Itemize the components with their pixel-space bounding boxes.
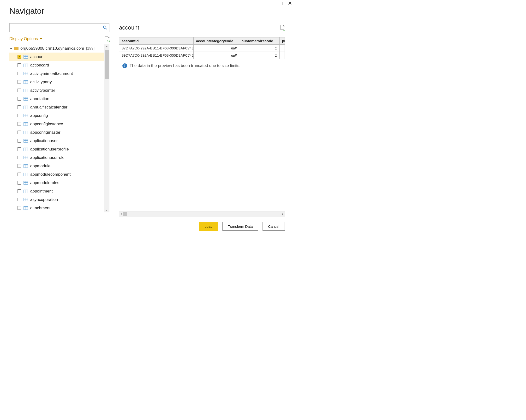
checkbox[interactable] [18, 131, 21, 134]
maximize-button[interactable] [279, 2, 283, 5]
checkbox[interactable] [18, 156, 21, 159]
checkbox[interactable] [18, 122, 21, 126]
new-source-icon[interactable] [105, 36, 110, 41]
table-icon [23, 131, 28, 134]
checkbox[interactable] [18, 89, 21, 92]
hscroll-thumb[interactable] [123, 212, 127, 216]
chevron-down-icon [40, 38, 42, 40]
table-icon [23, 123, 28, 126]
tree-table-item[interactable]: applicationuserrole [9, 153, 104, 162]
column-header[interactable]: customersizecode [239, 37, 280, 45]
checkbox[interactable] [18, 139, 21, 143]
table-icon [23, 97, 28, 101]
table-label: applicationuserrole [30, 155, 65, 160]
preview-pane: account accountid accountcategorycode cu… [110, 23, 285, 217]
checkbox[interactable] [18, 72, 21, 75]
table-label: appmoduleroles [30, 181, 59, 185]
table-label: account [30, 54, 45, 59]
table-label: asyncoperation [30, 197, 58, 202]
column-header[interactable]: pr [280, 37, 285, 45]
cell: 87D7A7D0-292A-EB11-BF68-000D3AFC74D7 [119, 45, 194, 52]
cell: 1 [239, 45, 280, 52]
tree-table-item[interactable]: appmoduleroles [9, 179, 104, 187]
navigator-left-pane: Display Options org0b539308.crm10.dynami… [9, 23, 110, 217]
tree-table-item[interactable]: appointment [9, 187, 104, 195]
tree-table-item[interactable]: activitymimeattachment [9, 69, 104, 78]
checkbox[interactable] [18, 206, 21, 210]
column-header[interactable]: accountid [119, 37, 194, 45]
load-button[interactable]: Load [199, 222, 218, 231]
checkbox[interactable] [18, 147, 21, 151]
checkbox[interactable] [18, 97, 21, 101]
table-icon [23, 72, 28, 75]
checkbox[interactable] [18, 173, 21, 176]
table-icon [23, 156, 28, 159]
table-label: appointment [30, 189, 53, 194]
table-icon [23, 148, 28, 151]
transform-data-button[interactable]: Transform Data [223, 222, 258, 231]
scroll-thumb[interactable] [105, 50, 109, 79]
preview-title: account [119, 24, 139, 31]
tree-table-item[interactable]: activitypointer [9, 86, 104, 94]
cancel-button[interactable]: Cancel [263, 222, 285, 231]
tree-table-item[interactable]: activityparty [9, 78, 104, 86]
scroll-right-icon[interactable]: › [282, 212, 283, 216]
tree-table-item[interactable]: appconfig [9, 111, 104, 120]
tree-table-item[interactable]: applicationuserprofile [9, 145, 104, 153]
tree-root-node[interactable]: org0b539308.crm10.dynamics.com [199] [9, 44, 104, 52]
close-button[interactable]: ✕ [288, 2, 292, 5]
tree-table-item[interactable]: appconfigmaster [9, 128, 104, 137]
tree-table-item[interactable]: appconfiginstance [9, 120, 104, 128]
table-label: applicationuserprofile [30, 147, 69, 152]
tree-table-item[interactable]: asyncoperation [9, 195, 104, 204]
tree-table-item[interactable]: account [9, 52, 104, 61]
scroll-down-icon[interactable]: ⌄ [105, 208, 108, 211]
cell: null [194, 52, 239, 59]
checkbox[interactable] [18, 164, 21, 168]
table-icon [23, 206, 28, 210]
table-icon [23, 190, 28, 193]
refresh-preview-icon[interactable] [281, 25, 285, 30]
scroll-up-icon[interactable]: ⌃ [105, 45, 108, 49]
tree-table-item[interactable]: appmodulecomponent [9, 170, 104, 179]
table-icon [23, 89, 28, 92]
search-input[interactable] [10, 23, 101, 32]
info-icon: i [122, 63, 127, 68]
scroll-left-icon[interactable]: ‹ [121, 212, 122, 216]
tree-table-item[interactable]: appmodule [9, 162, 104, 170]
checkbox[interactable] [18, 198, 21, 201]
table-icon [23, 64, 28, 67]
table-row[interactable]: 89D7A7D0-292A-EB11-BF68-000D3AFC74D7 nul… [119, 52, 285, 59]
table-icon [23, 198, 28, 201]
search-icon[interactable] [102, 25, 108, 30]
tree-scrollbar[interactable]: ⌃ ⌄ [104, 44, 110, 212]
cell [280, 45, 285, 52]
cell [280, 52, 285, 59]
tree-table-item[interactable]: applicationuser [9, 137, 104, 145]
table-icon [23, 114, 28, 117]
table-row[interactable]: 87D7A7D0-292A-EB11-BF68-000D3AFC74D7 nul… [119, 45, 285, 52]
checkbox[interactable] [18, 114, 21, 117]
search-field[interactable] [9, 23, 110, 32]
checkbox[interactable] [18, 105, 21, 109]
checkbox[interactable] [18, 80, 21, 84]
table-icon [23, 139, 28, 143]
preview-horizontal-scrollbar[interactable]: ‹ › [119, 211, 285, 217]
checkbox[interactable] [18, 189, 21, 193]
checkbox[interactable] [18, 63, 21, 67]
tree-table-item[interactable]: attachment [9, 204, 104, 212]
checkbox[interactable] [18, 181, 21, 184]
tree-table-item[interactable]: annualfiscalcalendar [9, 103, 104, 111]
table-icon [23, 106, 28, 109]
column-header[interactable]: accountcategorycode [194, 37, 239, 45]
display-options-label: Display Options [9, 36, 38, 41]
dialog-footer: Load Transform Data Cancel [199, 222, 285, 231]
truncated-note: i The data in the preview has been trunc… [122, 63, 285, 68]
tree-table-item[interactable]: actioncard [9, 61, 104, 69]
display-options-dropdown[interactable]: Display Options [9, 36, 42, 41]
checkbox[interactable] [18, 55, 21, 59]
tree-table-item[interactable]: annotation [9, 94, 104, 103]
dialog-title: Navigator [9, 6, 44, 16]
cell: null [194, 45, 239, 52]
table-label: appconfigmaster [30, 130, 61, 135]
